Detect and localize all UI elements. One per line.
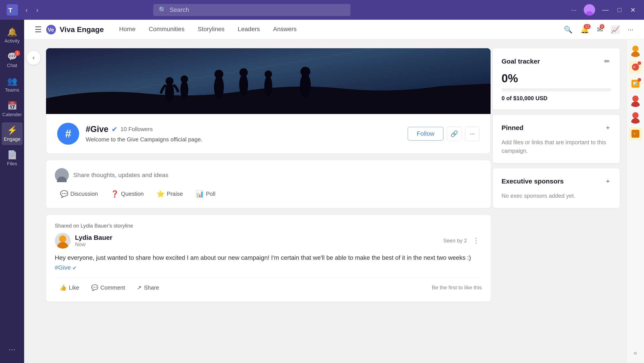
post-input-field[interactable]: [73, 172, 482, 179]
close-button[interactable]: ✕: [628, 4, 638, 16]
question-button[interactable]: ❓ Question: [106, 188, 149, 200]
svg-point-8: [166, 77, 174, 85]
svg-point-14: [239, 68, 248, 76]
trending-button[interactable]: 📈: [609, 24, 622, 36]
left-sidebar: 🔔 Activity 💬 1 Chat 👥 Teams 📅 Calender ⚡…: [0, 20, 24, 363]
share-label: Share: [144, 284, 159, 291]
back-nav-button[interactable]: ‹: [22, 4, 31, 16]
top-nav: ☰ Ve Viva Engage Home Communities Storyl…: [24, 20, 644, 40]
post-menu-button[interactable]: ⋮: [470, 236, 482, 246]
title-bar: T ‹ › 🔍 ··· — □ ✕: [0, 0, 644, 20]
notifications-button[interactable]: 🔔 12: [579, 24, 591, 36]
shared-label: Shared on Lydia Bauer's storyline: [55, 223, 482, 229]
goal-percent: 0%: [502, 72, 611, 85]
post-author-info: Lydia Bauer Now: [75, 234, 439, 248]
discussion-button[interactable]: 💬 Discussion: [55, 188, 103, 200]
goal-total: $10,000 USD: [513, 95, 547, 102]
far-right-avatar-2[interactable]: [629, 94, 642, 107]
pinned-add-button[interactable]: +: [604, 123, 611, 133]
like-label: Like: [69, 284, 79, 291]
exec-sponsors-add-button[interactable]: +: [604, 176, 611, 186]
chat-badge: 1: [14, 50, 20, 56]
svg-point-12: [214, 70, 223, 79]
link-button[interactable]: 🔗: [447, 126, 462, 141]
sidebar-more-button[interactable]: ···: [4, 340, 20, 358]
comment-label: Comment: [100, 284, 125, 291]
follow-button[interactable]: Follow: [408, 127, 444, 140]
sidebar-item-calendar[interactable]: 📅 Calender: [2, 98, 22, 120]
app-layout: 🔔 Activity 💬 1 Chat 👥 Teams 📅 Calender ⚡…: [0, 20, 644, 363]
question-icon: ❓: [111, 190, 119, 198]
svg-rect-33: [632, 130, 640, 138]
far-right-app-icon-1[interactable]: R: [629, 60, 642, 74]
search-button-nav[interactable]: 🔍: [562, 24, 574, 36]
link-icon: 🔗: [450, 130, 458, 138]
goal-tracker-edit-button[interactable]: ✏: [603, 56, 611, 66]
search-icon: 🔍: [158, 6, 166, 14]
question-label: Question: [121, 190, 144, 197]
svg-point-20: [57, 176, 67, 182]
share-icon: ↗: [137, 284, 142, 291]
discussion-label: Discussion: [70, 190, 98, 197]
poll-button[interactable]: 📊 Poll: [190, 188, 221, 200]
calendar-icon: 📅: [7, 101, 17, 110]
nav-link-storylines[interactable]: Storylines: [191, 21, 231, 38]
sidebar-item-teams-label: Teams: [5, 87, 19, 93]
messages-button[interactable]: ✉ 5: [595, 24, 605, 36]
svg-point-32: [631, 118, 640, 124]
sidebar-item-engage[interactable]: ⚡ Engage: [2, 122, 22, 145]
post-input-card: 💬 Discussion ❓ Question ⭐ Praise 📊: [46, 160, 490, 208]
maximize-button[interactable]: □: [616, 4, 623, 15]
far-right-collapse-button[interactable]: «: [632, 347, 640, 358]
like-button[interactable]: 👍 Like: [55, 282, 84, 294]
pinned-description: Add files or links that are important to…: [502, 138, 611, 155]
app-logo: Ve Viva Engage: [46, 24, 104, 35]
praise-button[interactable]: ⭐ Praise: [151, 188, 188, 200]
sidebar-item-teams[interactable]: 👥 Teams: [2, 73, 22, 96]
nav-link-communities[interactable]: Communities: [142, 21, 191, 38]
poll-label: Poll: [206, 190, 216, 197]
forward-nav-button[interactable]: ›: [33, 4, 42, 16]
title-bar-more-button[interactable]: ···: [570, 4, 578, 15]
community-info: #Give ✔ 10 Followers Welcome to the Give…: [86, 124, 401, 143]
goal-current: 0: [502, 95, 504, 102]
svg-text:Ve: Ve: [48, 27, 54, 33]
nav-link-leaders[interactable]: Leaders: [231, 21, 266, 38]
edit-icon: ✏: [604, 58, 610, 65]
more-options-icon: ···: [470, 130, 474, 137]
sidebar-item-calendar-label: Calender: [2, 112, 22, 118]
app-icon-badge-2: [638, 78, 641, 82]
hamburger-button[interactable]: ☰: [33, 23, 44, 36]
sidebar-item-files[interactable]: 📄 Files: [2, 147, 22, 170]
comment-button[interactable]: 💬 Comment: [86, 282, 130, 294]
sidebar-item-chat[interactable]: 💬 1 Chat: [2, 49, 22, 72]
svg-text:📊: 📊: [633, 82, 637, 86]
post-author-avatar: [55, 233, 70, 248]
goal-amount: 0 of $10,000 USD: [502, 95, 611, 102]
far-right-avatar-1[interactable]: [629, 44, 642, 57]
pinned-title: Pinned: [502, 124, 524, 132]
first-like-text: Be the first to like this: [432, 284, 482, 291]
teams-app-icon: T: [6, 4, 18, 16]
nav-link-home[interactable]: Home: [113, 21, 142, 38]
nav-more-button[interactable]: ···: [626, 24, 635, 35]
back-button[interactable]: ‹: [26, 50, 41, 65]
svg-point-22: [57, 242, 68, 248]
far-right-avatar-3[interactable]: [629, 110, 642, 124]
discussion-icon: 💬: [60, 190, 68, 198]
nav-link-answers[interactable]: Answers: [266, 21, 303, 38]
minimize-button[interactable]: —: [600, 4, 610, 15]
user-avatar-titlebar[interactable]: [584, 4, 595, 16]
post-hashtag-link[interactable]: #Give: [55, 264, 71, 271]
post-author-name: Lydia Bauer: [75, 234, 439, 241]
progress-bar-container: [502, 88, 611, 92]
search-input[interactable]: [170, 6, 345, 13]
share-button[interactable]: ↗ Share: [132, 282, 164, 294]
nav-buttons: ‹ ›: [22, 4, 42, 16]
sidebar-item-activity[interactable]: 🔔 Activity: [2, 24, 22, 47]
post-body: Hey everyone, just wanted to share how e…: [55, 253, 482, 273]
far-right-app-icon-2[interactable]: 📊: [629, 77, 642, 90]
svg-point-18: [300, 67, 310, 77]
community-more-button[interactable]: ···: [465, 126, 480, 141]
far-right-app-icon-3[interactable]: Y: [629, 127, 642, 140]
